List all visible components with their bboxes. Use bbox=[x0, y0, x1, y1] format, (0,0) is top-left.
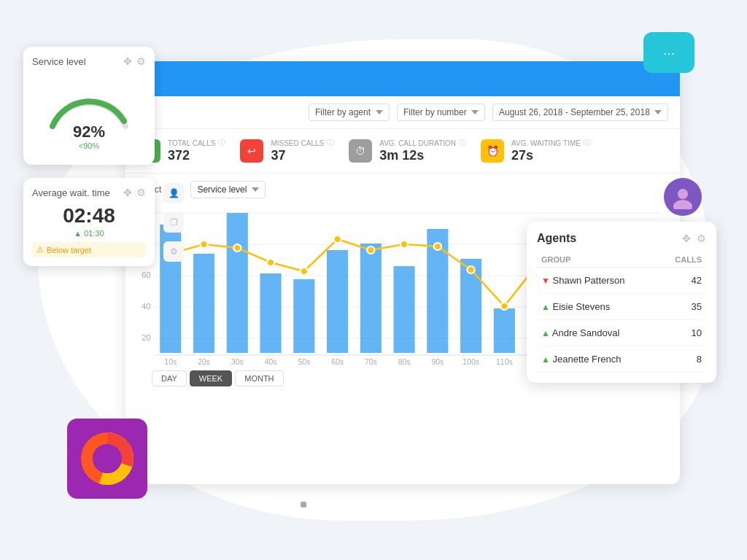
donut-card bbox=[67, 419, 147, 499]
total-calls-label: TOTAL CALLS ⓘ bbox=[168, 138, 225, 148]
agent-calls-1: 35 bbox=[659, 294, 706, 320]
agent-calls-3: 8 bbox=[659, 346, 706, 373]
agent-name-3: ▲ Jeanette French bbox=[537, 346, 659, 373]
settings-icon[interactable]: ⚙ bbox=[136, 55, 146, 67]
avg-wait-header: Average wait. time ✥ ⚙ bbox=[32, 187, 146, 198]
svg-point-35 bbox=[400, 241, 408, 248]
trend-icon-2: ▲ bbox=[541, 328, 550, 338]
svg-text:80s: 80s bbox=[398, 358, 411, 365]
avatar-icon bbox=[670, 184, 695, 209]
avg-wait-icon: ⏰ bbox=[481, 139, 504, 163]
side-icon-2[interactable]: ❐ bbox=[163, 212, 184, 233]
service-level-icons: ✥ ⚙ bbox=[123, 55, 146, 67]
missed-calls-icon: ↩ bbox=[240, 139, 263, 163]
stat-missed-calls: ↩ MISSED CALLS ⓘ 37 bbox=[240, 138, 334, 164]
scene: ··· Service level ✥ ⚙ 92% <90% bbox=[23, 18, 724, 542]
agents-settings-icon[interactable]: ⚙ bbox=[697, 233, 706, 244]
avg-wait-stat-info: AVG. WAITING TIME ⓘ 27s bbox=[511, 138, 591, 164]
deco-square-4 bbox=[301, 502, 306, 508]
side-icon-3[interactable]: ⚙ bbox=[163, 241, 184, 262]
svg-point-34 bbox=[367, 246, 374, 254]
side-icon-1[interactable]: 👤 bbox=[163, 183, 184, 203]
stat-avg-wait: ⏰ AVG. WAITING TIME ⓘ 27s bbox=[481, 138, 591, 164]
chart-type-select[interactable]: Service level bbox=[190, 181, 266, 198]
filter-number-select[interactable]: Filter by number bbox=[397, 104, 485, 121]
svg-text:30s: 30s bbox=[231, 358, 244, 365]
avatar bbox=[664, 178, 702, 216]
time-btn-week[interactable]: WEEK bbox=[190, 370, 232, 386]
missed-calls-value: 37 bbox=[271, 148, 334, 164]
missed-calls-info: MISSED CALLS ⓘ 37 bbox=[271, 138, 334, 164]
svg-rect-17 bbox=[293, 279, 314, 353]
agent-calls-0: 42 bbox=[659, 268, 706, 294]
agent-name-2: ▲ Andre Sandoval bbox=[537, 320, 659, 346]
avg-wait-title: Average wait. time bbox=[32, 187, 110, 198]
svg-text:60: 60 bbox=[142, 271, 151, 279]
date-range-select[interactable]: August 26, 2018 - September 25, 2018 bbox=[492, 104, 668, 121]
svg-point-30 bbox=[233, 244, 241, 252]
svg-point-33 bbox=[333, 236, 341, 243]
total-calls-value: 372 bbox=[168, 148, 225, 164]
svg-rect-15 bbox=[227, 213, 248, 353]
table-row: ▲ Eisie Stevens 35 bbox=[537, 294, 706, 320]
col-group: GROUP bbox=[537, 252, 659, 268]
avg-duration-label: AVG. CALL DURATION ⓘ bbox=[379, 138, 466, 148]
agents-table-body: ▼ Shawn Patterson 42 ▲ Eisie Stevens 35 … bbox=[537, 268, 706, 373]
gauge-value: 92% bbox=[73, 122, 105, 141]
table-row: ▼ Shawn Patterson 42 bbox=[537, 268, 706, 294]
missed-calls-label: MISSED CALLS ⓘ bbox=[271, 138, 334, 148]
svg-point-37 bbox=[467, 266, 474, 273]
col-calls: CALLS bbox=[659, 252, 706, 268]
svg-text:70s: 70s bbox=[365, 358, 377, 365]
stat-avg-duration: ⏱ AVG. CALL DURATION ⓘ 3m 12s bbox=[349, 138, 466, 164]
svg-text:20s: 20s bbox=[198, 358, 210, 365]
svg-text:50s: 50s bbox=[298, 358, 310, 365]
svg-rect-14 bbox=[193, 254, 214, 353]
stats-row: 📞 TOTAL CALLS ⓘ 372 ↩ MISSED CALLS bbox=[125, 129, 680, 174]
table-row: ▲ Andre Sandoval 10 bbox=[537, 320, 706, 346]
svg-text:100s: 100s bbox=[462, 358, 479, 365]
service-level-card-header: Service level ✥ ⚙ bbox=[32, 55, 146, 67]
agents-move-icon[interactable]: ✥ bbox=[682, 233, 691, 244]
svg-rect-20 bbox=[394, 266, 415, 353]
agents-title: Agents bbox=[537, 232, 576, 245]
donut-svg bbox=[78, 429, 136, 488]
gauge-container: 92% <90% bbox=[32, 73, 146, 156]
time-btn-month[interactable]: MONTH bbox=[235, 370, 283, 386]
svg-point-58 bbox=[93, 444, 122, 473]
gauge-target: <90% bbox=[79, 141, 99, 150]
avg-settings-icon[interactable]: ⚙ bbox=[136, 187, 146, 198]
filter-bar: Filter by agent Filter by number August … bbox=[125, 96, 680, 129]
agent-calls-2: 10 bbox=[659, 320, 706, 346]
agents-card: Agents ✥ ⚙ GROUP CALLS ▼ Shawn Patterson bbox=[527, 222, 716, 383]
svg-text:10s: 10s bbox=[164, 358, 177, 365]
agents-icons: ✥ ⚙ bbox=[682, 233, 706, 244]
svg-text:20: 20 bbox=[142, 333, 151, 342]
avg-move-icon[interactable]: ✥ bbox=[123, 187, 132, 198]
side-icons: 👤 ❐ ⚙ bbox=[163, 178, 184, 266]
total-calls-info: TOTAL CALLS ⓘ 372 bbox=[168, 138, 225, 164]
alert-icon: ⚠ bbox=[36, 245, 44, 254]
avg-duration-value: 3m 12s bbox=[379, 148, 466, 164]
move-icon[interactable]: ✥ bbox=[123, 55, 132, 67]
service-level-card: Service level ✥ ⚙ 92% <90% bbox=[23, 47, 155, 165]
svg-point-38 bbox=[500, 303, 508, 310]
service-level-title: Service level bbox=[32, 56, 86, 67]
avg-wait-value: 02:48 bbox=[32, 204, 146, 228]
avg-wait-target: ▲ 01:30 bbox=[32, 229, 146, 238]
svg-text:110s: 110s bbox=[496, 358, 513, 365]
svg-point-36 bbox=[434, 243, 441, 250]
chat-bubble[interactable]: ··· bbox=[643, 32, 694, 73]
time-btn-day[interactable]: DAY bbox=[152, 370, 187, 386]
table-row: ▲ Jeanette French 8 bbox=[537, 346, 706, 373]
avg-wait-alert: ⚠ Below target bbox=[32, 242, 146, 257]
svg-point-29 bbox=[200, 241, 207, 248]
trend-icon-0: ▼ bbox=[541, 276, 550, 286]
svg-text:90s: 90s bbox=[431, 358, 444, 365]
filter-agent-select[interactable]: Filter by agent bbox=[309, 104, 390, 121]
svg-point-31 bbox=[267, 259, 274, 266]
avg-duration-icon: ⏱ bbox=[349, 139, 372, 163]
svg-point-32 bbox=[301, 268, 308, 275]
trend-icon-3: ▲ bbox=[541, 354, 550, 365]
avg-wait-icons: ✥ ⚙ bbox=[123, 187, 146, 198]
